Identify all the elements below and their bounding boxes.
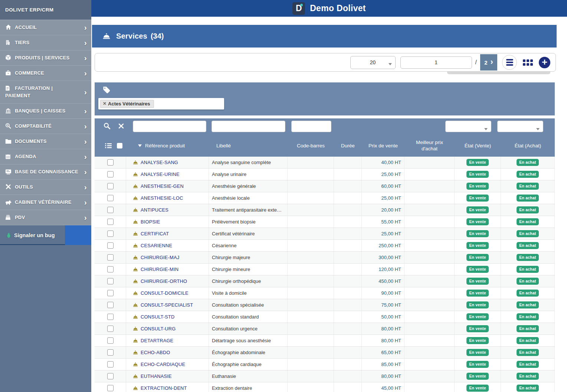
product-ref-link[interactable]: ANESTHESIE-GEN xyxy=(141,183,184,189)
row-checkbox[interactable] xyxy=(107,159,114,166)
ref-filter-input[interactable] xyxy=(133,121,206,132)
duration-cell xyxy=(334,228,362,239)
add-service-button[interactable]: + xyxy=(539,57,550,68)
product-ref-link[interactable]: EXTRACTION-DENT xyxy=(141,385,187,391)
purchase-status-badge: En achat xyxy=(517,230,538,237)
remove-chip-icon[interactable]: ✕ xyxy=(103,101,106,106)
app-logo[interactable]: D xyxy=(292,2,305,15)
search-icon[interactable] xyxy=(104,122,111,131)
list-options-button[interactable] xyxy=(502,55,517,70)
report-bug-link[interactable]: Signaler un bug xyxy=(0,225,91,245)
row-checkbox[interactable] xyxy=(107,337,114,344)
sidebar-item-cabinet-veterinaire[interactable]: CABINET VÉTÉRINAIRE› xyxy=(0,195,91,210)
sidebar-item-documents[interactable]: DOCUMENTS› xyxy=(0,134,91,149)
sidebar-item-tiers[interactable]: TIERS› xyxy=(0,35,91,50)
label-filter-input[interactable] xyxy=(212,121,285,132)
barcode-filter-input[interactable] xyxy=(291,121,331,132)
sidebar-item-banques[interactable]: BANQUES | CAISSES› xyxy=(0,104,91,119)
product-ref-link[interactable]: BIOPSIE xyxy=(141,219,160,225)
column-header[interactable]: Code-barres xyxy=(297,143,325,149)
row-checkbox[interactable] xyxy=(107,231,114,237)
select-all-checkbox[interactable] xyxy=(117,143,122,148)
chevron-right-icon: › xyxy=(84,54,87,62)
row-checkbox[interactable] xyxy=(107,254,114,261)
chevron-right-icon: › xyxy=(84,88,87,96)
product-ref-link[interactable]: CONSULT-DOMICILE xyxy=(141,290,189,296)
sale-state-filter-select[interactable] xyxy=(445,121,491,132)
sidebar-item-accueil[interactable]: ACCUEIL› xyxy=(0,20,91,35)
best-purchase-price-cell xyxy=(404,311,455,323)
column-header[interactable]: État (Vente) xyxy=(465,143,491,149)
column-header[interactable]: État (Achat) xyxy=(515,143,541,149)
service-icon xyxy=(133,350,138,355)
page-number-input[interactable] xyxy=(400,56,472,69)
row-checkbox[interactable] xyxy=(107,195,114,201)
column-header[interactable]: Prix de vente xyxy=(368,143,398,149)
sidebar-item-label: CABINET VÉTÉRINAIRE xyxy=(15,199,72,205)
sidebar-item-agenda[interactable]: AGENDA› xyxy=(0,149,91,164)
sale-status-badge: En vente xyxy=(466,206,488,213)
row-checkbox[interactable] xyxy=(107,171,114,177)
column-header[interactable]: Durée xyxy=(341,143,355,149)
row-checkbox[interactable] xyxy=(107,266,114,272)
sidebar-item-outils[interactable]: OUTILS› xyxy=(0,180,91,195)
next-page-button[interactable]: 2 › xyxy=(480,54,497,71)
product-ref-link[interactable]: CESARIENNE xyxy=(141,243,172,248)
product-ref-link[interactable]: CONSULT-STD xyxy=(141,314,175,320)
table-row: ANTIPUCESTraitement antiparasitaire exte… xyxy=(95,204,555,216)
row-checkbox[interactable] xyxy=(107,373,114,379)
product-ref-link[interactable]: CERTIFICAT xyxy=(141,231,169,236)
category-filter-input[interactable]: ✕ Actes Vétérinaires xyxy=(98,98,224,110)
product-ref-link[interactable]: CHIRURGIE-MAJ xyxy=(141,255,179,260)
row-checkbox[interactable] xyxy=(107,278,114,284)
product-ref-link[interactable]: ANALYSE-URINE xyxy=(141,172,180,177)
product-ref-link[interactable]: ANESTHESIE-LOC xyxy=(141,195,183,201)
service-icon xyxy=(133,267,138,271)
row-checkbox[interactable] xyxy=(107,219,114,225)
column-header[interactable]: Libellé xyxy=(216,143,231,148)
row-checkbox[interactable] xyxy=(107,314,114,320)
column-header[interactable]: Meilleur prix d'achat xyxy=(410,139,449,152)
row-checkbox[interactable] xyxy=(107,302,114,308)
services-cloche-icon xyxy=(102,33,111,39)
product-ref-link[interactable]: ANTIPUCES xyxy=(141,207,168,213)
product-ref-link[interactable]: CONSULT-SPECIALIST xyxy=(141,302,193,308)
service-icon xyxy=(133,255,138,259)
product-ref-link[interactable]: EUTHANASIE xyxy=(141,373,172,379)
product-ref-link[interactable]: ECHO-ABDO xyxy=(141,350,170,355)
row-checkbox[interactable] xyxy=(107,326,114,332)
sidebar-item-commerce[interactable]: COMMERCE› xyxy=(0,66,91,81)
sidebar-item-pdv[interactable]: PDV› xyxy=(0,210,91,225)
sale-status-badge: En vente xyxy=(466,337,488,344)
row-checkbox[interactable] xyxy=(107,207,114,213)
product-ref-link[interactable]: CONSULT-URG xyxy=(141,326,176,331)
row-checkbox[interactable] xyxy=(107,361,114,368)
list-fields-icon[interactable] xyxy=(105,143,112,148)
sidebar-item-comptabilite[interactable]: $COMPTABILITÉ› xyxy=(0,119,91,134)
sidebar-item-produits[interactable]: PRODUITS | SERVICES› xyxy=(0,50,91,66)
row-checkbox[interactable] xyxy=(107,290,114,296)
sidebar-item-base-de-connaissance[interactable]: BASE DE CONNAISSANCE› xyxy=(0,164,91,180)
purchase-state-filter-select[interactable] xyxy=(497,121,543,132)
clear-filters-icon[interactable] xyxy=(118,123,124,130)
row-checkbox[interactable] xyxy=(107,183,114,189)
chevron-right-icon: › xyxy=(84,39,87,46)
column-picker-caret-icon[interactable] xyxy=(138,143,142,148)
row-checkbox[interactable] xyxy=(107,349,114,356)
product-ref-link[interactable]: DETARTRAGE xyxy=(141,338,173,343)
row-checkbox[interactable] xyxy=(107,242,114,249)
product-ref-link[interactable]: CHIRURGIE-MIN xyxy=(141,267,178,272)
page-size-select[interactable]: 20 xyxy=(350,56,396,69)
product-ref-link[interactable]: ECHO-CARDIAQUE xyxy=(141,362,185,367)
sidebar-item-facturation[interactable]: FACTURATION | PAIEMENT› xyxy=(0,81,91,104)
category-chip[interactable]: ✕ Actes Vétérinaires xyxy=(100,100,154,108)
product-ref-link[interactable]: ANALYSE-SANG xyxy=(141,160,178,165)
sale-price: 55,00 HT xyxy=(362,216,404,228)
column-header[interactable]: Référence produit xyxy=(145,143,185,148)
product-label: Chirurgie mineure xyxy=(212,267,250,272)
row-checkbox[interactable] xyxy=(107,385,114,391)
grid-view-button[interactable] xyxy=(523,59,533,66)
chevron-right-icon: › xyxy=(84,138,87,145)
service-icon xyxy=(133,196,138,200)
product-ref-link[interactable]: CHIRURGIE-ORTHO xyxy=(141,278,187,284)
